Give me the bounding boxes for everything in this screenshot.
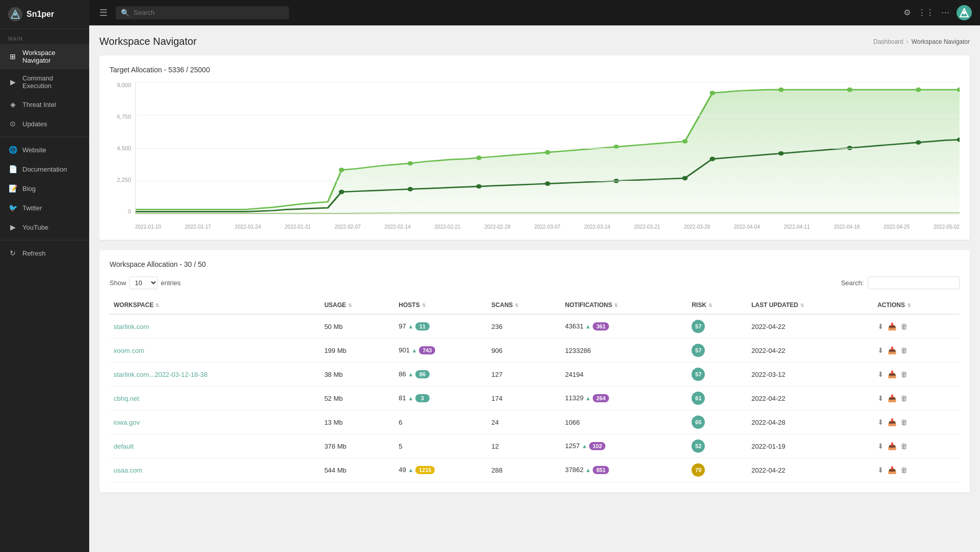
threat-intel-icon: ◈ bbox=[8, 100, 17, 109]
breadcrumb-separator: › bbox=[907, 38, 909, 45]
sidebar-item-threat-intel[interactable]: ◈ Threat Intel bbox=[0, 95, 89, 114]
workspace-link[interactable]: starlink.com...2022-03-12-18-38 bbox=[114, 371, 207, 378]
cell-risk: 57 bbox=[687, 339, 747, 363]
table-controls: Show 10 25 50 100 entries Search: bbox=[110, 277, 960, 289]
sidebar-item-blog[interactable]: 📝 Blog bbox=[0, 179, 89, 198]
cell-usage: 13 Mb bbox=[320, 410, 394, 434]
workspace-link[interactable]: iowa.gov bbox=[114, 419, 140, 426]
x-label-10: 2022-03-21 bbox=[634, 224, 660, 230]
sidebar-item-workspace-navigator[interactable]: ⊞ Workspace Navigator bbox=[0, 44, 89, 69]
col-hosts[interactable]: HOSTS⇅ bbox=[394, 296, 487, 314]
command-execution-icon: ▶ bbox=[8, 77, 17, 87]
workspace-link[interactable]: cbhq.net bbox=[114, 395, 139, 402]
dot-7 bbox=[710, 91, 716, 95]
table-search-input[interactable] bbox=[868, 277, 960, 289]
delete-action[interactable]: 🗑 bbox=[900, 370, 908, 378]
cell-actions: ⬇ 📥 🗑 bbox=[873, 458, 960, 482]
cell-workspace: starlink.com bbox=[110, 314, 320, 339]
cell-usage: 544 Mb bbox=[320, 458, 394, 482]
download-action[interactable]: ⬇ bbox=[878, 442, 884, 450]
workspace-link[interactable]: default bbox=[114, 443, 134, 450]
delete-action[interactable]: 🗑 bbox=[900, 394, 908, 402]
y-label-3: 2,250 bbox=[117, 177, 131, 183]
cell-usage: 52 Mb bbox=[320, 387, 394, 410]
export-action[interactable]: 📥 bbox=[888, 346, 896, 354]
youtube-icon: ▶ bbox=[8, 223, 17, 232]
download-action[interactable]: ⬇ bbox=[878, 418, 884, 426]
table-row: starlink.com 50 Mb 97 ▲ 11 236 43631 ▲ 3… bbox=[110, 314, 960, 339]
sidebar-item-youtube[interactable]: ▶ YouTube bbox=[0, 217, 89, 237]
search-label: Search: bbox=[841, 279, 864, 287]
search-bar: 🔍 bbox=[116, 6, 289, 19]
risk-badge: 57 bbox=[692, 320, 705, 333]
user-avatar[interactable] bbox=[957, 5, 972, 20]
y-label-4: 0 bbox=[128, 208, 131, 214]
hamburger-button[interactable]: ☰ bbox=[97, 5, 110, 20]
download-action[interactable]: ⬇ bbox=[878, 346, 884, 354]
risk-badge: 70 bbox=[692, 463, 705, 477]
export-action[interactable]: 📥 bbox=[888, 466, 896, 474]
svg-point-3 bbox=[963, 11, 966, 14]
dark-dot-6 bbox=[682, 176, 688, 181]
col-notifications[interactable]: NOTIFICATIONS⇅ bbox=[561, 296, 688, 314]
col-scans[interactable]: SCANS⇅ bbox=[487, 296, 561, 314]
table-body: starlink.com 50 Mb 97 ▲ 11 236 43631 ▲ 3… bbox=[110, 314, 960, 482]
delete-action[interactable]: 🗑 bbox=[900, 466, 908, 474]
workspace-link[interactable]: usaa.com bbox=[114, 466, 142, 474]
blog-icon: 📝 bbox=[8, 184, 17, 193]
entries-label: entries bbox=[161, 279, 181, 287]
sidebar-item-updates[interactable]: ⊙ Updates bbox=[0, 114, 89, 133]
sidebar-item-website[interactable]: 🌐 Website bbox=[0, 140, 89, 159]
search-input[interactable] bbox=[134, 9, 284, 16]
export-action[interactable]: 📥 bbox=[888, 418, 896, 426]
delete-action[interactable]: 🗑 bbox=[900, 418, 908, 426]
svg-point-1 bbox=[14, 13, 17, 16]
export-action[interactable]: 📥 bbox=[888, 322, 896, 330]
col-last-updated[interactable]: LAST UPDATED⇅ bbox=[747, 296, 873, 314]
x-label-0: 2022-01-10 bbox=[135, 224, 161, 230]
dot-8 bbox=[778, 88, 784, 92]
x-label-14: 2022-04-18 bbox=[834, 224, 860, 230]
y-label-0: 9,000 bbox=[117, 82, 131, 88]
cell-last-updated: 2022-04-22 bbox=[747, 458, 873, 482]
cell-notifications: 1066 bbox=[561, 410, 688, 434]
export-action[interactable]: 📥 bbox=[888, 394, 896, 402]
sidebar-item-command-execution[interactable]: ▶ Command Execution bbox=[0, 69, 89, 95]
sidebar-section-main: MAIN bbox=[0, 29, 89, 44]
sidebar-item-refresh[interactable]: ↻ Refresh bbox=[0, 243, 89, 263]
delete-action[interactable]: 🗑 bbox=[900, 322, 908, 330]
download-action[interactable]: ⬇ bbox=[878, 322, 884, 330]
cell-last-updated: 2022-04-22 bbox=[747, 387, 873, 410]
sidebar-item-twitter[interactable]: 🐦 Twitter bbox=[0, 198, 89, 217]
col-actions[interactable]: ACTIONS⇅ bbox=[873, 296, 960, 314]
sidebar-item-documentation[interactable]: 📄 Documentation bbox=[0, 159, 89, 179]
x-label-16: 2022-05-02 bbox=[934, 224, 960, 230]
chart-y-labels: 9,000 6,750 4,500 2,250 0 bbox=[110, 82, 135, 214]
cell-usage: 38 Mb bbox=[320, 363, 394, 387]
workspace-link[interactable]: starlink.com bbox=[114, 323, 149, 330]
col-workspace[interactable]: WORKSPACE⇅ bbox=[110, 296, 320, 314]
col-risk[interactable]: RISK⇅ bbox=[687, 296, 747, 314]
breadcrumb-parent[interactable]: Dashboard bbox=[873, 38, 904, 45]
grid-button[interactable]: ⋮⋮ bbox=[918, 8, 934, 17]
settings-button[interactable]: ⚙ bbox=[904, 8, 911, 17]
workspace-link[interactable]: xoom.com bbox=[114, 347, 144, 354]
download-action[interactable]: ⬇ bbox=[878, 394, 884, 402]
sidebar-divider-2 bbox=[0, 240, 89, 240]
website-icon: 🌐 bbox=[8, 145, 17, 154]
cell-actions: ⬇ 📥 🗑 bbox=[873, 363, 960, 387]
more-button[interactable]: ⋯ bbox=[941, 8, 949, 17]
x-label-12: 2022-04-04 bbox=[734, 224, 760, 230]
col-usage[interactable]: USAGE⇅ bbox=[320, 296, 394, 314]
export-action[interactable]: 📥 bbox=[888, 442, 896, 450]
delete-action[interactable]: 🗑 bbox=[900, 346, 908, 354]
search-icon: 🔍 bbox=[121, 9, 129, 17]
download-action[interactable]: ⬇ bbox=[878, 370, 884, 378]
entries-select[interactable]: 10 25 50 100 bbox=[129, 277, 158, 289]
export-action[interactable]: 📥 bbox=[888, 370, 896, 378]
download-action[interactable]: ⬇ bbox=[878, 466, 884, 474]
main-content: ☰ 🔍 ⚙ ⋮⋮ ⋯ Workspace Navigator Dashboard… bbox=[89, 0, 980, 552]
risk-badge: 61 bbox=[692, 392, 705, 405]
table-header-row: WORKSPACE⇅ USAGE⇅ HOSTS⇅ SCANS⇅ NOTIFICA… bbox=[110, 296, 960, 314]
delete-action[interactable]: 🗑 bbox=[900, 442, 908, 450]
